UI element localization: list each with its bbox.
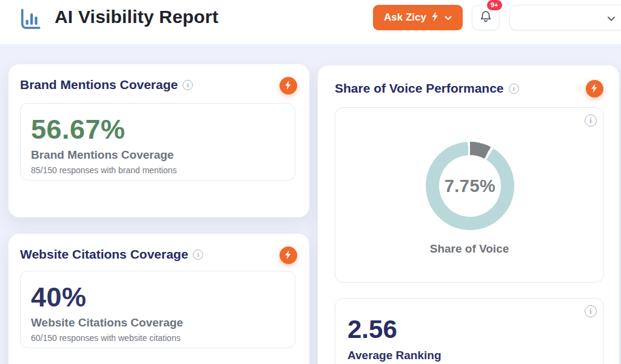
ask-zicy-button[interactable]: Ask Zicy — [373, 5, 463, 30]
brand-mentions-value: 56.67% — [31, 116, 284, 143]
website-citations-label: Website Citations Coverage — [31, 316, 284, 329]
website-citations-subtext: 60/150 responses with website citations — [31, 333, 284, 343]
share-of-voice-chart-label: Share of Voice — [335, 242, 603, 256]
website-citations-card-title: Website Citations Coverage — [20, 247, 188, 262]
website-citations-card-header: Website Citations Coverage i — [20, 247, 273, 262]
info-icon[interactable]: i — [509, 84, 519, 94]
notifications-button[interactable]: 9+ — [472, 5, 500, 30]
info-icon[interactable]: i — [183, 80, 193, 90]
header-bar: AI Visibility Report Ask Zicy 9+ — [0, 0, 621, 44]
share-of-voice-card-header: Share of Voice Performance i — [335, 81, 583, 96]
average-ranking-label: Average Ranking — [347, 349, 591, 362]
brand-mentions-card: Brand Mentions Coverage i 56.67% Brand M… — [8, 64, 309, 217]
average-ranking-panel: i 2.56 Average Ranking — [335, 298, 604, 364]
notification-count-badge: 9+ — [487, 0, 502, 10]
chevron-down-icon — [607, 13, 616, 24]
brand-mentions-stat-box: 56.67% Brand Mentions Coverage 85/150 re… — [20, 103, 295, 180]
share-of-voice-card: Share of Voice Performance i i 7.75% Sha… — [318, 65, 619, 364]
info-icon[interactable]: i — [585, 305, 597, 317]
brand-mentions-card-header: Brand Mentions Coverage i — [20, 78, 273, 92]
donut-hole: 7.75% — [439, 155, 501, 217]
brand-mentions-label: Brand Mentions Coverage — [31, 148, 284, 162]
chevron-down-icon — [445, 12, 452, 24]
brand-mentions-card-title: Brand Mentions Coverage — [20, 78, 178, 92]
website-citations-stat-box: 40% Website Citations Coverage 60/150 re… — [20, 271, 295, 348]
page-title: AI Visibility Report — [55, 7, 218, 27]
share-of-voice-percentage: 7.75% — [445, 176, 496, 196]
lightning-icon — [591, 84, 599, 94]
bell-icon — [478, 10, 493, 26]
workspace-dropdown[interactable] — [509, 5, 621, 30]
website-citations-value: 40% — [31, 283, 284, 311]
ask-zicy-label: Ask Zicy — [384, 12, 426, 24]
bar-chart-icon — [17, 7, 42, 32]
share-of-voice-boost-button[interactable] — [586, 80, 603, 98]
website-citations-boost-button[interactable] — [280, 247, 297, 264]
info-icon[interactable]: i — [585, 114, 597, 127]
lightning-icon — [284, 81, 292, 91]
info-icon[interactable]: i — [193, 250, 203, 260]
share-of-voice-donut-chart: 7.75% — [426, 142, 514, 230]
lightning-icon — [431, 12, 440, 24]
brand-mentions-subtext: 85/150 responses with brand mentions — [31, 165, 284, 175]
share-of-voice-chart-panel: i 7.75% Share of Voice — [335, 107, 604, 283]
share-of-voice-card-title: Share of Voice Performance — [335, 81, 504, 96]
average-ranking-value: 2.56 — [347, 317, 591, 342]
lightning-icon — [284, 250, 292, 261]
brand-mentions-boost-button[interactable] — [280, 77, 297, 94]
website-citations-card: Website Citations Coverage i 40% Website… — [8, 234, 309, 364]
